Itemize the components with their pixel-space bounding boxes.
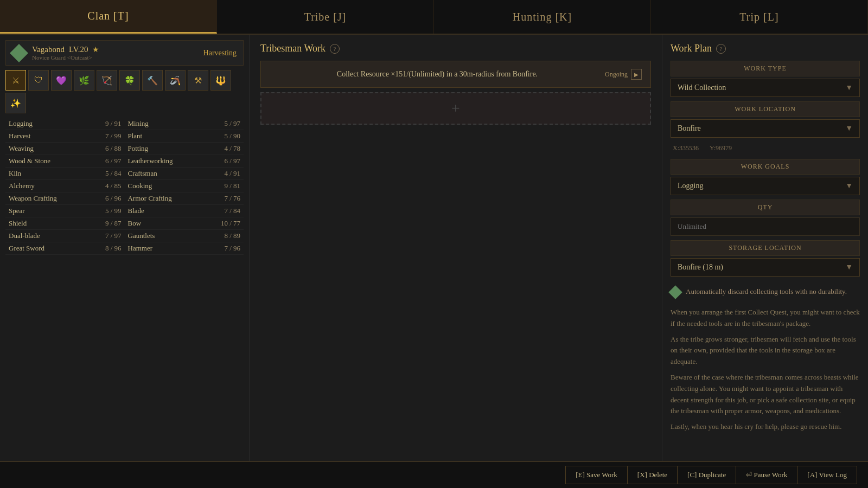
skill-icon-craft[interactable]: ⚒: [188, 70, 208, 91]
skill-name: Potting: [128, 144, 149, 153]
auto-discard-text: Automatically discard collecting tools w…: [686, 286, 847, 297]
duplicate-button[interactable]: [C] Duplicate: [678, 466, 736, 484]
view-log-button[interactable]: [A] View Log: [797, 466, 857, 484]
storage-location-dropdown[interactable]: Bonfire (18 m) ▼: [671, 258, 860, 277]
skill-row[interactable]: Gauntlets8 / 89: [125, 230, 244, 242]
work-goals-arrow-icon: ▼: [845, 182, 853, 190]
skill-name: Plant: [128, 132, 143, 140]
skill-row[interactable]: Spear5 / 99: [5, 205, 125, 217]
skill-name: Craftsman: [128, 169, 157, 178]
skills-table: Logging9 / 91Mining5 / 97Harvest7 / 99Pl…: [5, 118, 244, 255]
skill-value: 5 / 90: [224, 132, 240, 140]
info-paragraph: Lastly, when you hear his cry for help, …: [671, 421, 860, 433]
skill-row[interactable]: Shield9 / 87: [5, 217, 125, 230]
skill-row[interactable]: Hammer7 / 96: [125, 242, 244, 255]
bottom-bar: [E] Save Work [X] Delete [C] Duplicate ⏎…: [0, 461, 868, 488]
skill-row[interactable]: Bow10 / 77: [125, 217, 244, 230]
info-paragraph: When you arrange the first Collect Quest…: [671, 307, 860, 330]
info-text-block: When you arrange the first Collect Quest…: [671, 307, 860, 433]
skill-value: 6 / 96: [105, 194, 122, 203]
skill-row[interactable]: Cooking9 / 81: [125, 180, 244, 192]
work-task-description: Collect Resource ×151/(Unlimited) in a 3…: [270, 70, 605, 79]
skill-row[interactable]: Logging9 / 91: [5, 118, 125, 130]
skill-row[interactable]: Mining5 / 97: [125, 118, 244, 130]
work-type-dropdown[interactable]: Wild Collection ▼: [671, 79, 860, 97]
skill-icon-boomerang[interactable]: 🪃: [165, 70, 186, 91]
tab-clan[interactable]: Clan [T]: [0, 0, 217, 34]
skill-value: 7 / 84: [224, 207, 240, 215]
skill-name: Great Sword: [9, 244, 44, 253]
skill-value: 4 / 91: [224, 169, 240, 178]
tab-hunting[interactable]: Hunting [K]: [434, 0, 651, 34]
skill-value: 10 / 77: [221, 219, 240, 228]
character-name: Vagabond: [32, 45, 65, 54]
qty-label: Qty: [671, 200, 860, 215]
character-icon: [10, 44, 28, 62]
skill-value: 7 / 99: [105, 132, 122, 140]
save-work-button[interactable]: [E] Save Work: [565, 466, 628, 484]
skill-value: 5 / 97: [224, 119, 240, 128]
skill-row[interactable]: Weapon Crafting6 / 96: [5, 192, 125, 205]
skill-row[interactable]: Harvest7 / 99: [5, 130, 125, 143]
qty-input[interactable]: [671, 217, 860, 236]
storage-arrow-icon: ▼: [845, 263, 853, 272]
work-plan-help[interactable]: ?: [716, 44, 726, 54]
skill-value: 6 / 97: [224, 157, 240, 165]
skill-value: 9 / 81: [224, 182, 240, 190]
skill-value: 4 / 85: [105, 182, 122, 190]
work-task-item[interactable]: Collect Resource ×151/(Unlimited) in a 3…: [260, 61, 651, 88]
skill-icon-special[interactable]: ✨: [5, 93, 26, 113]
skill-name: Leatherworking: [128, 157, 173, 165]
skill-row[interactable]: Weaving6 / 88: [5, 143, 125, 155]
skill-row[interactable]: Great Sword8 / 96: [5, 242, 125, 255]
work-location-value: Bonfire: [678, 124, 701, 133]
skill-name: Cooking: [128, 182, 152, 190]
work-type-arrow-icon: ▼: [845, 84, 853, 92]
work-location-arrow-icon: ▼: [845, 124, 853, 133]
work-goals-value: Logging: [678, 182, 703, 190]
skill-icon-clover[interactable]: 🍀: [119, 70, 140, 91]
tab-trip[interactable]: Trip [L]: [651, 0, 868, 34]
skill-name: Mining: [128, 119, 149, 128]
skill-value: 6 / 97: [105, 157, 122, 165]
skill-icon-hammer[interactable]: 🔨: [142, 70, 163, 91]
skill-row[interactable]: Leatherworking6 / 97: [125, 155, 244, 168]
skill-name: Weapon Crafting: [9, 194, 57, 203]
skill-row[interactable]: Dual-blade7 / 97: [5, 230, 125, 242]
auto-discard-note: Automatically discard collecting tools w…: [671, 281, 860, 303]
skill-row[interactable]: Plant5 / 90: [125, 130, 244, 143]
skill-name: Hammer: [128, 244, 152, 253]
work-plan-title: Work Plan ?: [671, 43, 860, 54]
skill-row[interactable]: Alchemy4 / 85: [5, 180, 125, 192]
skill-name: Bow: [128, 219, 142, 228]
delete-button[interactable]: [X] Delete: [628, 466, 678, 484]
add-task-button[interactable]: +: [260, 92, 651, 125]
skill-icon-nature[interactable]: 🌿: [74, 70, 94, 91]
character-name-row: Vagabond LV.20 ★: [32, 45, 203, 54]
character-subtitle: Novice Guard <Outcast>: [32, 54, 203, 61]
skill-name: Alchemy: [9, 182, 35, 190]
work-location-dropdown[interactable]: Bonfire ▼: [671, 119, 860, 138]
work-goals-dropdown[interactable]: Logging ▼: [671, 177, 860, 195]
skill-row[interactable]: Craftsman4 / 91: [125, 168, 244, 180]
skill-name: Logging: [9, 119, 33, 128]
skill-row[interactable]: Blade7 / 84: [125, 205, 244, 217]
skill-name: Blade: [128, 207, 144, 215]
skill-icon-magic[interactable]: 💜: [51, 70, 72, 91]
skill-row[interactable]: Kiln5 / 84: [5, 168, 125, 180]
skill-name: Kiln: [9, 169, 21, 178]
skill-icon-trident[interactable]: 🔱: [210, 70, 231, 91]
skill-row[interactable]: Wood & Stone6 / 97: [5, 155, 125, 168]
skill-icon-shield[interactable]: 🛡: [28, 70, 49, 91]
tab-tribe[interactable]: Tribe [J]: [217, 0, 434, 34]
skill-value: 8 / 96: [105, 244, 122, 253]
skill-row[interactable]: Potting4 / 78: [125, 143, 244, 155]
work-type-label: Work Type: [671, 61, 860, 76]
skill-row[interactable]: Armor Crafting7 / 76: [125, 192, 244, 205]
tribesman-work-help[interactable]: ?: [330, 44, 340, 54]
skill-icon-bow[interactable]: 🏹: [97, 70, 117, 91]
skill-value: 5 / 99: [105, 207, 122, 215]
work-goals-label: Work Goals: [671, 159, 860, 175]
skill-icon-combat[interactable]: ⚔: [5, 70, 26, 91]
pause-work-button[interactable]: ⏎ Pause Work: [736, 466, 797, 484]
